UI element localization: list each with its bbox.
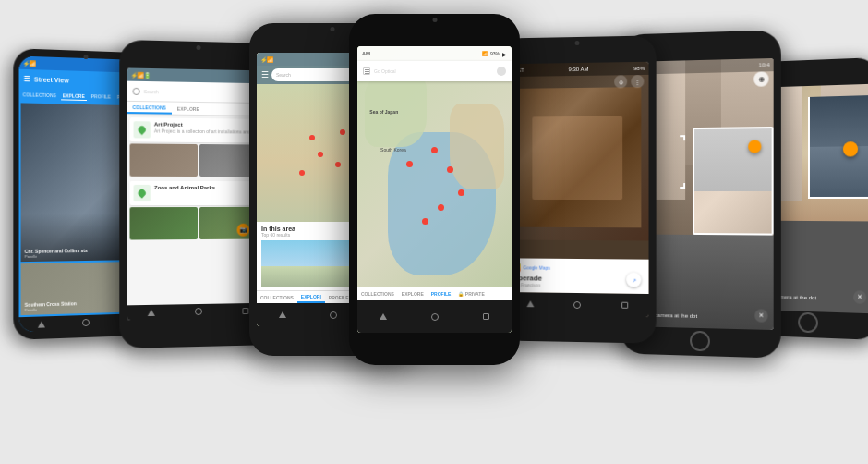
status-icons: ⚡📶 [23, 59, 36, 67]
close-button[interactable]: ✕ [754, 309, 767, 322]
explore-tab-4[interactable]: EXPLORE [398, 287, 428, 300]
phones-showcase: ⚡📶 10:49 ☰ Street View COLLECTIONS EXPLO… [0, 0, 868, 464]
map-center-content: Sea of Japan South Korea AM 📶 93% ▶ [357, 46, 512, 333]
zoos-text: Zoos and Animal Parks [154, 185, 215, 190]
art-project-title: Art Project [154, 121, 254, 128]
corner-br [680, 183, 685, 189]
art-project-icon [134, 121, 151, 138]
sv2-overlay-top [810, 95, 868, 147]
restaurant-nav [507, 292, 649, 317]
map-marker-2 [318, 152, 323, 157]
home-4[interactable] [431, 313, 439, 321]
collection-zoos[interactable]: Zoos and Animal Parks [129, 181, 265, 205]
collection-art-project[interactable]: Art Project Art Project is a collection … [129, 117, 265, 142]
back-2[interactable] [148, 309, 155, 315]
compass-icon-btn[interactable]: ⊕ [614, 75, 627, 88]
collections-tab-4[interactable]: COLLECTIONS [357, 287, 398, 300]
map-status-icons: ⚡📶 [260, 56, 273, 63]
search-placeholder[interactable]: Search [144, 89, 253, 96]
map2-marker-6 [458, 189, 464, 196]
back-5[interactable] [526, 300, 534, 307]
recents-4[interactable] [483, 313, 489, 320]
home-button[interactable] [82, 319, 90, 326]
status-right: 📶 93% ▶ [482, 51, 507, 57]
map2-marker-3 [447, 166, 453, 173]
more-options-btn[interactable]: ⋮ [631, 75, 644, 88]
camera-dot-2 [197, 45, 201, 50]
camera-dot-3 [331, 27, 335, 31]
tab-explore[interactable]: EXPLORE [61, 92, 87, 101]
camera-dot-4 [432, 18, 437, 22]
explore-tab-3[interactable]: EXPLORI [297, 291, 325, 303]
close-btn-2[interactable]: ✕ [853, 290, 866, 304]
zoo-img-1 [129, 207, 198, 240]
collections-tab-3[interactable]: COLLECTIONS [257, 291, 297, 303]
tab-profile[interactable]: PROFILE [90, 92, 113, 101]
map2-overlay: AM 📶 93% ▶ Go Optical [357, 46, 512, 81]
art-project-text: Art Project Art Project is a collection … [154, 121, 254, 134]
recents-2[interactable] [243, 308, 249, 314]
home-3[interactable] [330, 311, 337, 319]
street-top-right: ⊕ [753, 71, 768, 87]
land-2 [450, 104, 503, 189]
back-button[interactable] [38, 321, 45, 327]
back-3[interactable] [279, 311, 286, 318]
battery-5: 98% [633, 66, 645, 71]
carrier-text: AM [362, 51, 370, 56]
camera-fab[interactable]: 📷 [237, 224, 250, 237]
profile-tab-4[interactable]: PROFILE [428, 287, 455, 300]
zoos-images: 33 📷 [129, 207, 265, 240]
home-2[interactable] [195, 308, 202, 315]
restaurant-screen: AT&T 9:30 AM 98% ⊕ ⋮ ↗ [507, 62, 649, 317]
street-time: 10:4 [759, 62, 770, 67]
tab-collections[interactable]: COLLECTIONS [21, 91, 58, 99]
panorama-label: Cnr. Spencer and Collins sts Panollo [25, 248, 88, 259]
signal-icon: 📶 [482, 51, 488, 56]
private-tab-4[interactable]: 🔒 PRIVATE [454, 287, 488, 300]
art-project-images: 59 [129, 143, 265, 177]
phone-restaurant: AT&T 9:30 AM 98% ⊕ ⋮ ↗ [500, 35, 657, 343]
home-button-7[interactable] [798, 312, 818, 334]
android-nav-4 [357, 300, 512, 333]
zoos-icon [134, 185, 151, 201]
recents-5[interactable] [621, 302, 628, 309]
phone-map-center: Sea of Japan South Korea AM 📶 93% ▶ [349, 14, 520, 365]
map-label-korea: South Korea [380, 147, 406, 153]
tab-collections-2[interactable]: COLLECTIONS [127, 102, 171, 115]
camera-dot [83, 55, 88, 59]
search-bar: Search [127, 81, 268, 104]
sv2-overlay-bottom [810, 146, 868, 197]
google-maps-label: Google Maps [524, 264, 550, 270]
google-maps-row: Google Maps [512, 263, 645, 273]
art-img-1 [129, 143, 198, 177]
restaurant-content: AT&T 9:30 AM 98% ⊕ ⋮ ↗ [507, 62, 649, 317]
menu-icon[interactable] [363, 67, 370, 75]
station-label: Southern Cross Station Panollo [25, 300, 77, 312]
home-button-6[interactable] [690, 331, 710, 352]
map-label-sea: Sea of Japan [369, 109, 398, 115]
collections-tabs: COLLECTIONS EXPLORE [127, 102, 268, 116]
corner-tr [680, 135, 685, 140]
map-profile-icon[interactable] [497, 67, 506, 76]
search-icon[interactable] [133, 87, 140, 94]
zoos-title: Zoos and Animal Parks [154, 185, 215, 190]
status-icons-2: ⚡📶🔋 [130, 71, 150, 78]
battery-indicator: 93% [490, 51, 500, 56]
map-pin-icon [137, 125, 147, 135]
street-preview-img [693, 126, 774, 235]
map2-tabs: COLLECTIONS EXPLORE PROFILE 🔒 PRIVATE [357, 287, 512, 300]
map-pin-icon-2 [137, 188, 147, 198]
android-nav-2 [127, 303, 268, 321]
compass-button[interactable]: ⊕ [753, 71, 768, 87]
tab-explore-2[interactable]: EXPLORE [172, 103, 205, 116]
map2-search-bar: Go Optical [357, 61, 512, 81]
sv2-overlay-img [808, 95, 868, 199]
map2-search-text[interactable]: Go Optical [374, 68, 493, 74]
collections-content: ⚡📶🔋 10:4 Search COLLECTIONS EXPLORE [127, 67, 268, 320]
share-button[interactable]: ↗ [626, 273, 641, 287]
place-city: San Francisco [512, 282, 645, 289]
art-project-desc: Art Project is a collection of art insta… [154, 128, 254, 135]
home-5[interactable] [573, 300, 581, 308]
back-4[interactable] [380, 313, 387, 320]
restaurant-photo [513, 88, 641, 228]
